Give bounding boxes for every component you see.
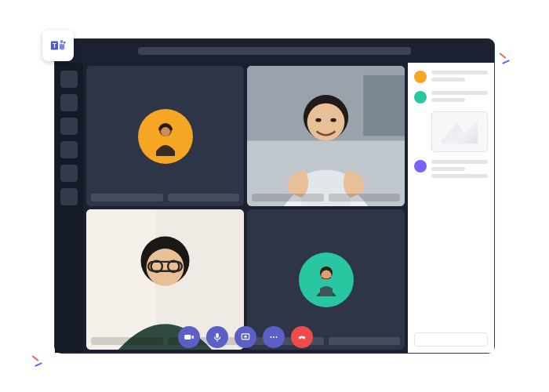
app-window: T: [55, 39, 494, 353]
share-button[interactable]: [235, 326, 256, 348]
svg-point-2: [60, 40, 64, 43]
avatar: [414, 160, 427, 172]
message-text: [431, 91, 488, 103]
avatar: [414, 91, 427, 103]
sidebar-item-activity[interactable]: [60, 71, 78, 88]
sidebar-item-teams[interactable]: [60, 118, 78, 135]
camera-button[interactable]: [178, 326, 200, 348]
app-rail: [55, 63, 83, 353]
call-controls: [178, 326, 313, 348]
chat-message[interactable]: [414, 91, 488, 103]
mic-icon: [212, 332, 223, 343]
chat-message[interactable]: [414, 71, 488, 83]
sidebar-item-calls[interactable]: [60, 165, 78, 182]
svg-point-27: [275, 336, 277, 338]
camera-icon: [184, 332, 195, 343]
chat-message[interactable]: [414, 160, 488, 178]
sidebar-item-chat[interactable]: [60, 94, 78, 111]
search-input[interactable]: [138, 47, 411, 55]
video-grid: [83, 63, 408, 353]
chat-attachment[interactable]: [431, 111, 488, 152]
share-icon: [240, 332, 251, 343]
mic-button[interactable]: [206, 326, 228, 348]
participant-label: [252, 194, 400, 201]
more-icon: [268, 332, 279, 343]
avatar: [299, 252, 354, 307]
svg-text:T: T: [53, 42, 56, 49]
hangup-icon: [296, 332, 307, 343]
svg-point-3: [64, 42, 66, 44]
avatar: [414, 71, 427, 83]
svg-point-26: [273, 336, 274, 338]
compose-input[interactable]: [414, 332, 488, 347]
avatar: [138, 109, 193, 164]
participant-tile[interactable]: [86, 66, 244, 206]
teams-logo-icon: T: [42, 30, 74, 61]
message-text: [431, 160, 488, 178]
participant-label: [91, 194, 239, 201]
message-text: [431, 71, 488, 83]
hangup-button[interactable]: [291, 326, 313, 348]
svg-rect-8: [363, 75, 405, 136]
svg-point-11: [315, 118, 321, 122]
participant-tile[interactable]: [247, 66, 405, 206]
svg-point-5: [161, 127, 170, 136]
svg-point-12: [330, 118, 336, 122]
title-bar: [55, 39, 494, 63]
svg-point-25: [270, 336, 271, 338]
more-button[interactable]: [263, 326, 285, 348]
sidebar-item-calendar[interactable]: [60, 141, 78, 158]
chat-panel: [408, 63, 494, 353]
sidebar-item-files[interactable]: [60, 188, 78, 205]
svg-rect-23: [216, 333, 219, 338]
